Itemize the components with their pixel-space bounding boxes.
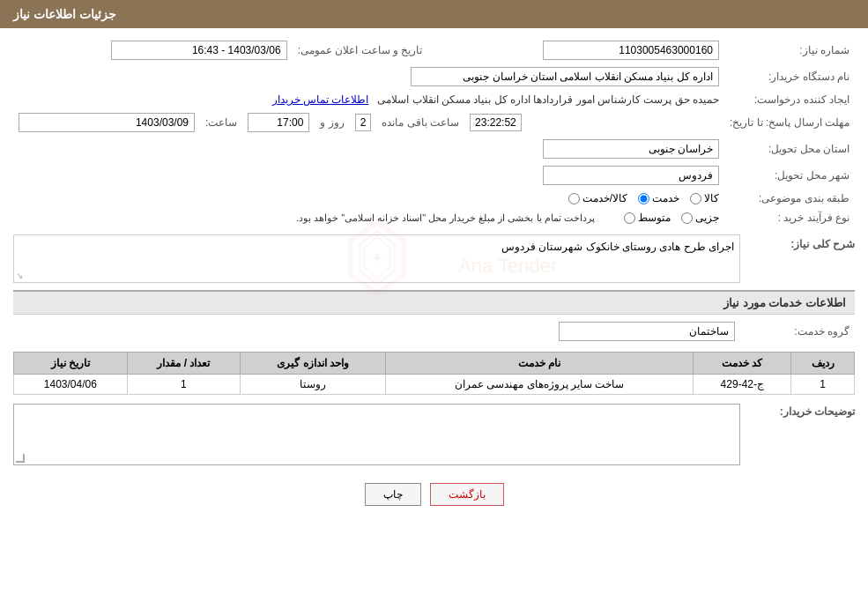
purchase-type-label: نوع فرآیند خرید : <box>724 208 855 227</box>
reply-deadline-label: مهلت ارسال پاسخ: تا تاریخ: <box>724 109 855 136</box>
creator-value: حمیده حق پرست کارشناس امور قراردادها ادا… <box>377 93 719 106</box>
table-row: 1ج-42-429ساخت سایر پروژه‌های مهندسی عمرا… <box>14 375 855 395</box>
description-box: اجرای طرح هادی روستای خانکوک شهرستان فرد… <box>13 234 740 283</box>
table-cell-1: ج-42-429 <box>694 375 791 395</box>
col-header-service-code: کد خدمت <box>694 353 791 375</box>
back-button[interactable]: بازگشت <box>430 483 504 506</box>
notes-label: توضیحات خریدار: <box>740 400 855 418</box>
table-cell-0: 1 <box>791 375 855 395</box>
category-label: طبقه بندی موضوعی: <box>724 189 855 208</box>
purchase-motavasset[interactable]: متوسط <box>624 212 671 224</box>
col-header-quantity: تعداد / مقدار <box>127 353 241 375</box>
category-radio-group: کالا خدمت کالا/خدمت <box>568 192 719 204</box>
announce-date-box: 1403/03/06 - 16:43 <box>111 41 287 60</box>
col-header-service-name: نام خدمت <box>385 353 693 375</box>
remaining-box: 23:22:52 <box>470 114 522 131</box>
need-number-label: شماره نیاز: <box>724 37 855 63</box>
contact-link[interactable]: اطلاعات تماس خریدار <box>272 93 369 106</box>
col-header-row-num: ردیف <box>791 353 855 375</box>
svg-marker-0 <box>364 235 390 279</box>
creator-label: ایجاد کننده درخواست: <box>724 90 855 109</box>
category-kala[interactable]: کالا <box>690 192 719 204</box>
resize-indicator: ↘ <box>16 271 23 280</box>
table-cell-5: 1403/04/06 <box>14 375 128 395</box>
notes-box <box>13 404 740 465</box>
description-label: شرح کلی نیاز: <box>740 234 855 250</box>
notes-section: توضیحات خریدار: <box>13 400 855 465</box>
anatendar-watermark: Ana Tender <box>197 255 558 278</box>
main-content: شماره نیاز: 1103005463000160 تاریخ و ساع… <box>0 28 868 522</box>
buyer-org-label: نام دستگاه خریدار: <box>724 63 855 90</box>
purchase-jozi[interactable]: جزیی <box>681 212 719 224</box>
purchase-note: پرداخت تمام یا بخشی از مبلغ خریدار محل "… <box>296 212 595 223</box>
service-group-table: گروه خدمت: ساختمان <box>13 318 855 345</box>
info-table: شماره نیاز: 1103005463000160 تاریخ و ساع… <box>13 37 855 227</box>
reply-time-box: 17:00 <box>248 113 309 132</box>
category-khedmat[interactable]: خدمت <box>638 192 679 204</box>
province-label: استان محل تحویل: <box>724 136 855 162</box>
purchase-type-radio-group: جزیی متوسط <box>624 212 719 224</box>
page-title: جزئیات اطلاعات نیاز <box>13 7 116 21</box>
services-section-title: اطلاعات خدمات مورد نیاز <box>13 290 855 315</box>
days-label: روز و <box>320 116 344 129</box>
page-header: جزئیات اطلاعات نیاز <box>0 0 868 28</box>
services-table: ردیف کد خدمت نام خدمت واحد اندازه گیری ت… <box>13 352 855 395</box>
remaining-label: ساعت باقی مانده <box>382 116 459 129</box>
announce-date-value: 1403/03/06 - 16:43 <box>13 37 293 63</box>
col-header-need-date: تاریخ نیاز <box>14 353 128 375</box>
need-number-value: 1103005463000160 <box>445 37 724 63</box>
reply-deadline-row: 1403/03/09 ساعت: 17:00 روز و 2 ساعت باقی… <box>19 113 719 132</box>
need-number-box: 1103005463000160 <box>543 41 719 60</box>
reply-time-label: ساعت: <box>205 116 237 129</box>
page-wrapper: جزئیات اطلاعات نیاز شماره نیاز: 11030054… <box>0 0 868 609</box>
print-button[interactable]: چاپ <box>365 483 421 506</box>
city-label: شهر محل تحویل: <box>724 162 855 189</box>
description-value: اجرای طرح هادی روستای خانکوک شهرستان فرد… <box>501 241 734 253</box>
service-group-box: ساختمان <box>559 322 735 341</box>
days-box: 2 <box>355 114 372 131</box>
category-kala-khedmat[interactable]: کالا/خدمت <box>568 192 627 204</box>
announce-date-label: تاریخ و ساعت اعلان عمومی: <box>293 37 428 63</box>
table-cell-4: 1 <box>127 375 241 395</box>
table-cell-2: ساخت سایر پروژه‌های مهندسی عمران <box>385 375 693 395</box>
bottom-buttons: بازگشت چاپ <box>13 472 855 513</box>
city-box: فردوس <box>543 166 719 185</box>
buyer-org-box: اداره کل بنیاد مسکن انقلاب اسلامی استان … <box>411 67 719 86</box>
reply-date-box: 1403/03/09 <box>19 113 195 132</box>
description-section: شرح کلی نیاز: اجرای طرح هادی روستای خانک… <box>13 234 855 283</box>
service-group-label: گروه خدمت: <box>740 318 855 345</box>
col-header-unit: واحد اندازه گیری <box>241 353 386 375</box>
province-box: خراسان جنوبی <box>543 139 719 159</box>
table-cell-3: روستا <box>241 375 386 395</box>
notes-resize-handle <box>16 454 25 463</box>
